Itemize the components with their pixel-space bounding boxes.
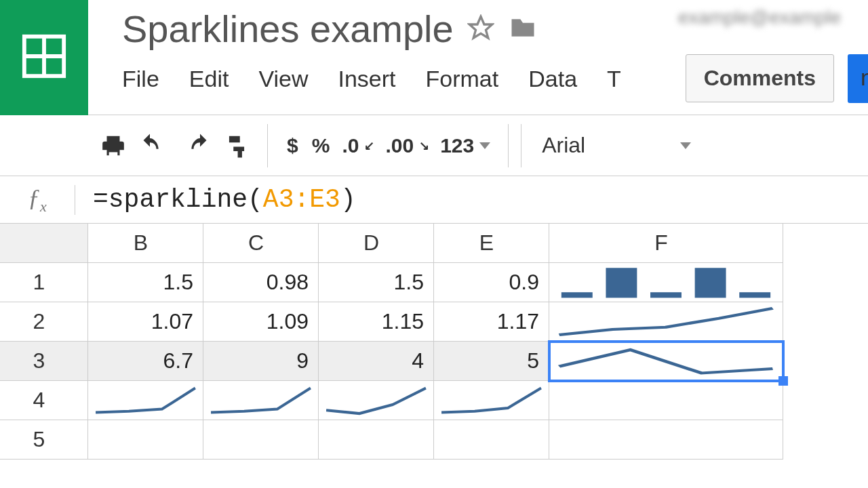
cell-C5[interactable] <box>203 420 319 460</box>
menu-data[interactable]: Data <box>528 66 577 92</box>
cell-E4-sparkline-line[interactable] <box>434 381 549 420</box>
row-header-3[interactable]: 3 <box>0 342 88 381</box>
cell-C2[interactable]: 1.09 <box>203 302 319 342</box>
svg-rect-4 <box>561 292 593 298</box>
cell-B5[interactable] <box>88 420 203 460</box>
font-selector[interactable]: Arial <box>521 124 711 167</box>
increase-decimal-button[interactable]: .00↘ <box>380 134 435 157</box>
selection-handle[interactable] <box>778 376 788 386</box>
cell-C3[interactable]: 9 <box>203 342 319 381</box>
row-header-5[interactable]: 5 <box>0 420 88 460</box>
sheets-icon <box>20 33 68 83</box>
col-header-C[interactable]: C <box>203 224 319 263</box>
svg-rect-5 <box>606 268 637 298</box>
percent-button[interactable]: % <box>305 134 337 157</box>
header-main: Sparklines example File Edit View Insert… <box>88 0 868 92</box>
formula-input[interactable]: =sparkline(A3:E3) <box>75 185 868 214</box>
number-format-button[interactable]: 123 <box>435 134 496 157</box>
col-header-E[interactable]: E <box>434 224 549 263</box>
menu-overflow: n <box>861 64 868 91</box>
row-header-4[interactable]: 4 <box>0 381 88 420</box>
cell-F4[interactable] <box>549 381 783 420</box>
cell-F5[interactable] <box>549 420 783 460</box>
cell-E5[interactable] <box>434 420 549 460</box>
currency-button[interactable]: $ <box>280 134 305 157</box>
col-header-D[interactable]: D <box>319 224 434 263</box>
row-header-2[interactable]: 2 <box>0 302 88 342</box>
cell-E2[interactable]: 1.17 <box>434 302 549 342</box>
cell-D2[interactable]: 1.15 <box>319 302 434 342</box>
menu-edit[interactable]: Edit <box>189 66 229 92</box>
user-identity: example@example <box>678 7 841 28</box>
cell-E3[interactable]: 5 <box>434 342 549 381</box>
svg-marker-3 <box>469 16 492 38</box>
select-all-corner[interactable] <box>0 224 88 263</box>
menu-insert[interactable]: Insert <box>338 66 395 92</box>
cell-D5[interactable] <box>319 420 434 460</box>
app-header: Sparklines example File Edit View Insert… <box>0 0 868 115</box>
cell-D4-sparkline-line[interactable] <box>319 381 434 420</box>
cell-B3[interactable]: 6.7 <box>88 342 203 381</box>
chevron-down-icon <box>680 142 691 149</box>
cell-C4-sparkline-line[interactable] <box>203 381 319 420</box>
cell-F2-sparkline-line[interactable] <box>549 302 783 342</box>
star-icon[interactable] <box>467 14 494 44</box>
print-icon[interactable] <box>95 125 132 166</box>
paint-format-icon[interactable] <box>218 125 255 166</box>
fx-icon: ƒx <box>0 184 75 216</box>
cell-B2[interactable]: 1.07 <box>88 302 203 342</box>
svg-rect-7 <box>695 268 726 298</box>
svg-rect-6 <box>650 292 682 298</box>
folder-icon[interactable] <box>508 13 538 45</box>
spreadsheet-grid: B C D E F 1 1.5 0.98 1.5 0.9 2 1.07 1.09… <box>0 224 868 460</box>
cell-F3-sparkline-line[interactable] <box>549 342 783 381</box>
document-title[interactable]: Sparklines example <box>122 7 454 51</box>
col-header-B[interactable]: B <box>88 224 203 263</box>
menu-format[interactable]: Format <box>426 66 499 92</box>
redo-icon[interactable] <box>182 125 218 166</box>
col-header-F[interactable]: F <box>549 224 783 263</box>
decrease-decimal-button[interactable]: .0↙ <box>336 134 380 157</box>
menu-tools[interactable]: T <box>607 66 621 92</box>
toolbar: $ % .0↙ .00↘ 123 Arial <box>0 115 868 176</box>
cell-D1[interactable]: 1.5 <box>319 263 434 302</box>
cell-F1-sparkline-bar[interactable] <box>549 263 783 302</box>
cell-D3[interactable]: 4 <box>319 342 434 381</box>
cell-B4-sparkline-line[interactable] <box>88 381 203 420</box>
cell-C1[interactable]: 0.98 <box>203 263 319 302</box>
menu-view[interactable]: View <box>258 66 308 92</box>
cell-E1[interactable]: 0.9 <box>434 263 549 302</box>
undo-icon[interactable] <box>132 125 168 166</box>
comments-button[interactable]: Comments <box>686 54 834 102</box>
menu-file[interactable]: File <box>122 66 159 92</box>
font-name: Arial <box>542 133 585 158</box>
formula-bar: ƒx =sparkline(A3:E3) <box>0 176 868 224</box>
row-header-1[interactable]: 1 <box>0 263 88 302</box>
app-logo[interactable] <box>0 0 88 115</box>
cell-B1[interactable]: 1.5 <box>88 263 203 302</box>
svg-rect-8 <box>739 292 770 298</box>
